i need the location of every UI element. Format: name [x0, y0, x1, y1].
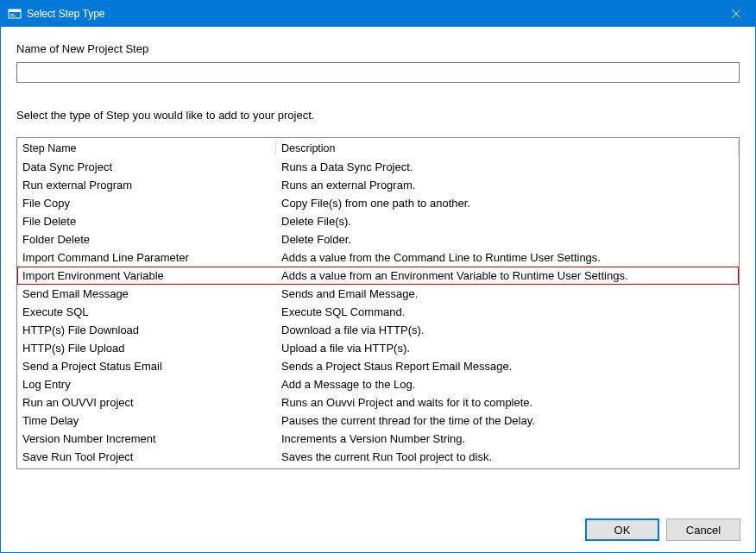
step-name-cell: Import Command Line Parameter — [18, 251, 277, 264]
column-header-description[interactable]: Description — [276, 140, 739, 157]
ok-button[interactable]: OK — [585, 518, 659, 541]
step-name-cell: Save Run Tool Project — [18, 450, 277, 463]
list-item[interactable]: Send Email MessageSends and Email Messag… — [17, 285, 739, 303]
list-item[interactable]: File CopyCopy File(s) from one path to a… — [17, 194, 739, 212]
step-description-cell: Add a Message to the Log. — [277, 378, 738, 391]
list-item[interactable]: Time DelayPauses the current thread for … — [17, 412, 739, 430]
step-description-cell: Delete File(s). — [277, 215, 738, 228]
list-item[interactable]: Run external ProgramRuns an external Pro… — [17, 176, 739, 194]
list-item[interactable]: Send a Project Status EmailSends a Proje… — [17, 357, 739, 375]
dialog-content: Name of New Project Step Select the type… — [1, 27, 755, 485]
step-name-cell: HTTP(s) File Download — [18, 324, 277, 336]
list-item[interactable]: File DeleteDelete File(s). — [17, 212, 739, 230]
list-item[interactable]: HTTP(s) File UploadUpload a file via HTT… — [17, 339, 739, 357]
list-item[interactable]: Import Command Line ParameterAdds a valu… — [17, 248, 739, 267]
list-item[interactable]: Version Number IncrementIncrements a Ver… — [17, 430, 739, 448]
step-description-cell: Download a file via HTTP(s). — [277, 324, 738, 336]
list-item[interactable]: Save Run Tool ProjectSaves the current R… — [17, 448, 739, 466]
svg-rect-2 — [10, 14, 14, 15]
step-name-cell: Execute SQL — [18, 305, 277, 318]
instruction-label: Select the type of Step you would like t… — [16, 109, 740, 122]
step-name-cell: Run external Program — [18, 179, 277, 192]
close-icon — [732, 9, 740, 18]
step-name-cell: Log Entry — [18, 378, 277, 391]
list-item[interactable]: Log EntryAdd a Message to the Log. — [17, 375, 739, 393]
list-header: Step Name Description — [17, 138, 739, 158]
list-item[interactable]: Execute SQLExecute SQL Command. — [17, 303, 739, 321]
list-body: Data Sync ProjectRuns a Data Sync Projec… — [17, 158, 739, 466]
step-name-cell: Time Delay — [18, 414, 277, 427]
name-label: Name of New Project Step — [16, 42, 740, 55]
list-item[interactable]: Folder DeleteDelete Folder. — [17, 230, 739, 248]
step-name-cell: Data Sync Project — [18, 160, 277, 173]
step-description-cell: Increments a Version Number String. — [277, 432, 738, 445]
step-name-cell: Import Environment Variable — [18, 269, 277, 282]
step-name-input[interactable] — [16, 62, 740, 83]
step-description-cell: Runs a Data Sync Project. — [277, 160, 738, 173]
step-description-cell: Execute SQL Command. — [277, 305, 738, 318]
window-title: Select Step Type — [27, 8, 716, 20]
step-name-cell: File Copy — [18, 197, 277, 210]
title-bar: Select Step Type — [1, 1, 755, 27]
cancel-button[interactable]: Cancel — [666, 518, 740, 541]
step-description-cell: Pauses the current thread for the time o… — [277, 414, 738, 427]
step-name-cell: Run an OUVVI project — [18, 396, 277, 409]
step-description-cell: Upload a file via HTTP(s). — [277, 342, 738, 355]
step-type-list: Step Name Description Data Sync ProjectR… — [16, 137, 740, 469]
step-name-cell: Version Number Increment — [18, 432, 277, 445]
step-name-cell: File Delete — [18, 215, 277, 228]
list-item[interactable]: Import Environment VariableAdds a value … — [17, 267, 739, 285]
step-name-cell: Folder Delete — [18, 233, 277, 246]
list-item[interactable]: HTTP(s) File DownloadDownload a file via… — [17, 321, 739, 339]
button-bar: OK Cancel — [585, 518, 740, 541]
step-description-cell: Saves the current Run Tool project to di… — [277, 450, 738, 463]
svg-rect-1 — [9, 9, 21, 12]
step-name-cell: HTTP(s) File Upload — [18, 342, 277, 355]
svg-rect-3 — [10, 16, 16, 16]
step-description-cell: Copy File(s) from one path to another. — [277, 197, 738, 210]
step-name-cell: Send a Project Status Email — [18, 360, 277, 373]
step-description-cell: Adds a value from an Environment Variabl… — [277, 269, 738, 282]
list-item[interactable]: Data Sync ProjectRuns a Data Sync Projec… — [17, 158, 739, 176]
step-description-cell: Runs an external Program. — [277, 179, 738, 192]
column-header-name[interactable]: Step Name — [17, 140, 276, 157]
close-button[interactable] — [716, 1, 755, 27]
step-name-cell: Send Email Message — [18, 287, 277, 300]
list-item[interactable]: Run an OUVVI projectRuns an Ouvvi Projec… — [17, 393, 739, 412]
step-description-cell: Sends a Project Staus Report Email Messa… — [277, 360, 738, 373]
step-description-cell: Runs an Ouvvi Project and waits for it t… — [277, 396, 738, 409]
app-icon — [8, 7, 22, 21]
step-description-cell: Delete Folder. — [277, 233, 738, 246]
step-description-cell: Sends and Email Message. — [277, 287, 738, 300]
step-description-cell: Adds a value from the Command Line to Ru… — [277, 251, 738, 264]
